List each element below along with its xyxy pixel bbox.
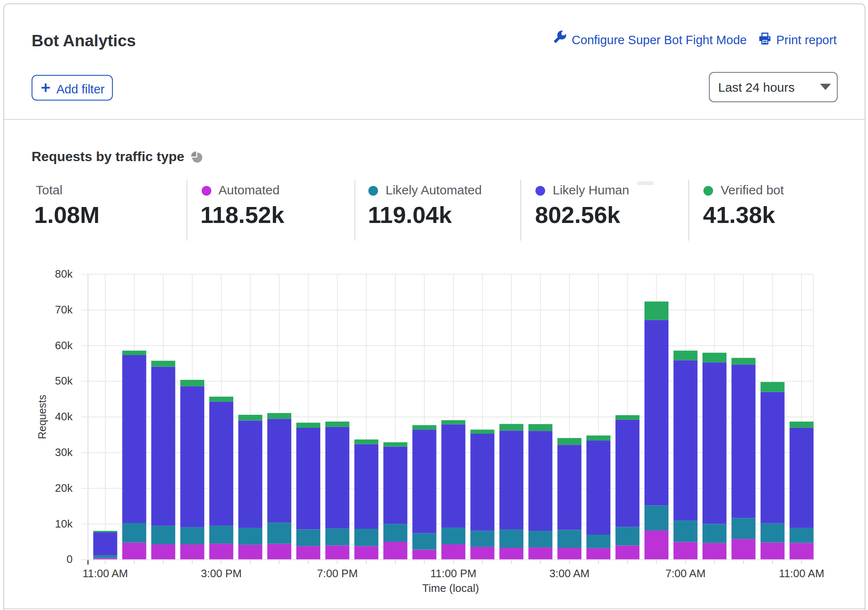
svg-text:40k: 40k	[55, 410, 73, 423]
svg-text:50k: 50k	[55, 374, 73, 387]
svg-text:Requests: Requests	[36, 395, 48, 439]
svg-text:Time (local): Time (local)	[422, 582, 479, 594]
svg-text:80k: 80k	[55, 268, 73, 280]
svg-text:0: 0	[67, 553, 72, 565]
svg-text:3:00 AM: 3:00 AM	[549, 567, 589, 580]
svg-text:7:00 PM: 7:00 PM	[317, 567, 358, 580]
svg-text:11:00 AM: 11:00 AM	[779, 567, 824, 580]
svg-text:30k: 30k	[55, 446, 73, 459]
svg-text:3:00 PM: 3:00 PM	[201, 567, 242, 580]
svg-text:20k: 20k	[55, 482, 73, 494]
svg-text:70k: 70k	[55, 303, 73, 316]
svg-text:11:00 AM: 11:00 AM	[83, 567, 128, 580]
svg-text:11:00 PM: 11:00 PM	[430, 567, 476, 580]
svg-text:7:00 AM: 7:00 AM	[666, 567, 706, 580]
svg-text:10k: 10k	[55, 517, 73, 530]
svg-text:60k: 60k	[55, 339, 73, 352]
